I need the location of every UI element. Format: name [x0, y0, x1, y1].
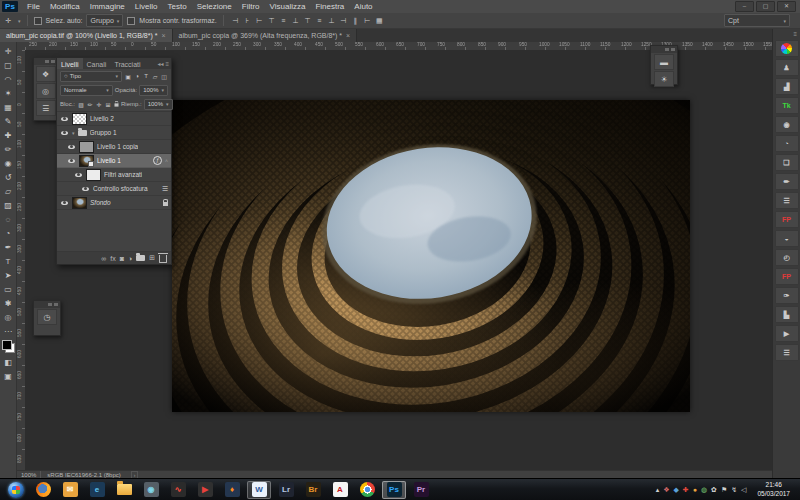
auto-align-layers-icon[interactable]: ▦ — [374, 15, 385, 26]
panel-menu-icon[interactable]: ≡ — [165, 61, 169, 67]
lock-all-icon[interactable] — [114, 100, 119, 108]
tray-icon-4[interactable]: ● — [693, 486, 697, 493]
filter-smart-object-icon[interactable]: ◫ — [160, 72, 168, 80]
adjustments-panel-icon[interactable]: ☰ — [36, 100, 56, 116]
canvas-photo[interactable] — [172, 100, 690, 412]
color-swatches[interactable] — [2, 340, 15, 353]
menu-item-finestra[interactable]: Finestra — [310, 2, 349, 11]
menu-item-livello[interactable]: Livello — [130, 2, 163, 11]
menu-item-aiuto[interactable]: Aiuto — [349, 2, 377, 11]
fill-dropdown[interactable]: 100%▾ — [144, 99, 173, 110]
align-horizontal-centers-icon[interactable]: ⊦ — [242, 15, 253, 26]
internet-explorer-icon[interactable]: e — [85, 481, 109, 499]
panel-tab-livelli[interactable]: Livelli — [57, 58, 83, 69]
minimize-button[interactable]: – — [735, 1, 754, 12]
tool-preset-chevron-icon[interactable]: ▾ — [18, 18, 21, 24]
type-tool[interactable]: T — [1, 254, 16, 268]
visibility-toggle[interactable] — [81, 187, 90, 191]
show-transform-checkbox[interactable] — [127, 17, 135, 25]
magic-wand-tool[interactable]: ✶ — [1, 86, 16, 100]
gauge-panel-icon[interactable]: ◴ — [775, 249, 799, 266]
visibility-toggle[interactable] — [74, 173, 83, 177]
lock-artboard-icon[interactable]: ⊞ — [104, 100, 112, 108]
layer-row[interactable]: Livello 1ƒ˄ — [57, 154, 171, 168]
close-button[interactable]: ✕ — [777, 1, 796, 12]
history-panel-icon[interactable]: ◷ — [37, 309, 57, 325]
visibility-toggle[interactable] — [67, 159, 76, 163]
file-explorer-icon[interactable] — [112, 481, 136, 499]
clone-source-panel-icon[interactable]: ▬ — [654, 54, 674, 70]
language-indicator[interactable]: ⚑ — [721, 486, 727, 494]
layer-row[interactable]: Filtri avanzati — [57, 168, 171, 182]
lock-position-icon[interactable]: ✛ — [95, 100, 103, 108]
document-tab-1[interactable]: album_pic copia.tif @ 100% (Livello 1, R… — [0, 29, 173, 42]
hidden-icons-arrow[interactable]: ▴ — [656, 486, 660, 494]
tray-icon-1[interactable]: ❖ — [663, 486, 669, 494]
distribute-bottom-edges-icon[interactable]: ⊥ — [326, 15, 337, 26]
properties-panel-icon[interactable]: ◎ — [36, 83, 56, 99]
marquee-tool[interactable]: ▢ — [1, 58, 16, 72]
filter-type-icon[interactable]: T — [142, 72, 150, 80]
crop-tool[interactable]: ▦ — [1, 100, 16, 114]
sliders-panel-icon[interactable]: ☰ — [775, 192, 799, 209]
tab-close-icon[interactable]: × — [346, 32, 350, 39]
foreground-color-swatch[interactable] — [2, 340, 12, 350]
tray-icon-6[interactable]: ✿ — [711, 486, 717, 494]
lock-transparency-icon[interactable]: ▨ — [77, 100, 85, 108]
tk-actions-panel-icon[interactable]: Tk — [775, 97, 799, 114]
visibility-toggle[interactable] — [67, 145, 76, 149]
tray-icon-3[interactable]: ✚ — [683, 486, 689, 494]
dodge-tool[interactable]: ◔ — [1, 226, 16, 240]
opacity-dropdown[interactable]: 100%▾ — [139, 85, 168, 96]
layer-row[interactable]: ▾Gruppo 1 — [57, 126, 171, 140]
export-panel-icon[interactable]: ❏ — [775, 154, 799, 171]
mask-preview-panel-icon[interactable]: ◉ — [775, 116, 799, 133]
levels-panel-icon[interactable]: ▙ — [775, 306, 799, 323]
network-icon[interactable]: ↯ — [731, 486, 737, 494]
start-button[interactable] — [4, 481, 28, 499]
new-layer-icon[interactable]: ⊞ — [149, 254, 155, 262]
collapse-filters-chevron-icon[interactable]: ˄ — [165, 158, 168, 164]
eraser-tool[interactable]: ▱ — [1, 184, 16, 198]
red-swirl-app-icon[interactable]: ∿ — [166, 481, 190, 499]
align-vertical-centers-icon[interactable]: ≡ — [278, 15, 289, 26]
distribute-vertical-centers-icon[interactable]: ≡ — [314, 15, 325, 26]
align-bottom-edges-icon[interactable]: ⊥ — [290, 15, 301, 26]
layer-thumbnail[interactable] — [86, 169, 101, 181]
link-layers-icon[interactable]: ∞ — [101, 255, 106, 262]
menu-item-file[interactable]: File — [22, 2, 45, 11]
auto-select-checkbox[interactable] — [34, 17, 42, 25]
screen-mode-icon[interactable]: ▣ — [1, 369, 16, 383]
align-top-edges-icon[interactable]: ⊤ — [266, 15, 277, 26]
chrome-icon[interactable] — [355, 481, 379, 499]
menu-item-modifica[interactable]: Modifica — [45, 2, 85, 11]
libraries-panel-icon[interactable]: ❖ — [36, 66, 56, 82]
pie-panel-icon[interactable]: ◔ — [775, 135, 799, 152]
media-player-icon[interactable]: ▶ — [193, 481, 217, 499]
gradient-tool[interactable]: ▨ — [1, 198, 16, 212]
striped-circle-panel-icon[interactable]: ◒ — [775, 230, 799, 247]
hand-panel-icon[interactable]: ✑ — [775, 287, 799, 304]
distribute-right-edges-icon[interactable]: ⊢ — [362, 15, 373, 26]
layer-row[interactable]: Livello 1 copia — [57, 140, 171, 154]
panel-collapse-icon[interactable]: ◂◂ — [157, 60, 163, 67]
equalizer-panel-icon[interactable]: ☰ — [775, 344, 799, 361]
filter-image-icon[interactable]: ▣ — [124, 72, 132, 80]
clone-stamp-tool[interactable]: ◉ — [1, 156, 16, 170]
lock-pixels-icon[interactable]: ✏ — [86, 100, 94, 108]
visibility-toggle[interactable] — [60, 117, 69, 121]
dock-header[interactable] — [651, 46, 677, 53]
auto-select-mode-dropdown[interactable]: Gruppo▾ — [86, 14, 123, 27]
align-left-edges-icon[interactable]: ⊣ — [230, 15, 241, 26]
edit-toolbar[interactable]: ⋯ — [1, 324, 16, 338]
fp-panel-icon[interactable]: FP — [775, 211, 799, 228]
menu-item-visualizza[interactable]: Visualizza — [265, 2, 311, 11]
filter-shape-icon[interactable]: ▱ — [151, 72, 159, 80]
lasso-tool[interactable]: ◠ — [1, 72, 16, 86]
layer-row[interactable]: Controllo sfocatura☰ — [57, 182, 171, 196]
healing-brush-tool[interactable]: ✚ — [1, 128, 16, 142]
layer-row[interactable]: Sfondo — [57, 196, 171, 210]
pen-tool[interactable]: ✒ — [1, 240, 16, 254]
adjustment-layer-icon[interactable]: ◑ — [128, 255, 132, 262]
acrobat-icon[interactable]: A — [328, 481, 352, 499]
